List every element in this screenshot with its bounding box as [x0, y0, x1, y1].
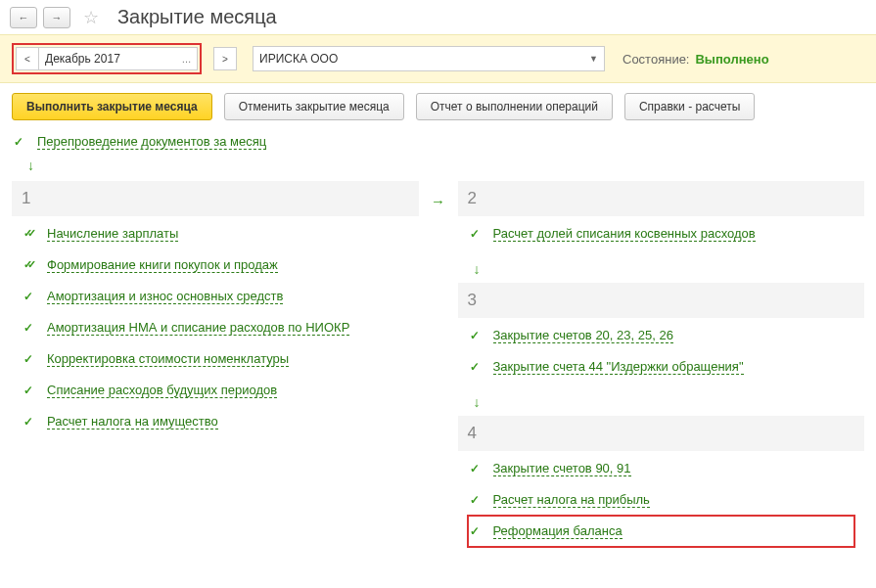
op-link[interactable]: Закрытие счета 44 "Издержки обращения"	[493, 359, 744, 375]
check-icon: ✓	[23, 290, 37, 303]
status-value: Выполнено	[695, 52, 768, 67]
op-reformation-link[interactable]: Реформация баланса	[493, 523, 622, 539]
check-icon: ✓	[470, 493, 484, 507]
flow-arrow-right-icon: →	[431, 193, 445, 209]
check-icon: ✓	[470, 524, 484, 538]
op-link[interactable]: Амортизация и износ основных средств	[47, 289, 283, 304]
op-link[interactable]: Расчет долей списания косвенных расходов	[493, 226, 756, 242]
check-icon: ✓	[470, 462, 484, 475]
op-link[interactable]: Корректировка стоимости номенклатуры	[47, 351, 289, 367]
op-link[interactable]: Расчет налога на прибыль	[493, 492, 650, 508]
op-reformation-highlight: ✓ Реформация баланса	[468, 516, 855, 547]
favorite-star-icon[interactable]: ☆	[80, 7, 102, 28]
nav-back-button[interactable]: ←	[10, 7, 37, 28]
check-icon: ✓	[23, 415, 37, 429]
period-input[interactable]: Декабрь 2017	[39, 47, 176, 70]
dropdown-icon: ▼	[589, 54, 598, 64]
references-button[interactable]: Справки - расчеты	[624, 93, 755, 120]
flow-arrow-down-icon: ↓	[23, 154, 864, 177]
double-check-icon	[23, 259, 37, 271]
period-selector-highlight: < Декабрь 2017 …	[12, 43, 202, 74]
block-1-number: 1	[22, 189, 30, 208]
op-link[interactable]: Формирование книги покупок и продаж	[47, 257, 278, 273]
block-4-number: 4	[468, 424, 477, 443]
check-icon: ✓	[23, 321, 37, 335]
period-prev-button[interactable]: <	[16, 47, 39, 70]
flow-arrow-down-icon: ↓	[470, 255, 865, 283]
check-icon: ✓	[470, 227, 484, 241]
check-icon: ✓	[23, 384, 37, 397]
report-button[interactable]: Отчет о выполнении операций	[416, 93, 613, 120]
op-link[interactable]: Списание расходов будущих периодов	[47, 383, 277, 398]
period-picker-button[interactable]: …	[176, 47, 198, 70]
nav-forward-button[interactable]: →	[43, 7, 70, 28]
run-close-button[interactable]: Выполнить закрытие месяца	[12, 93, 212, 120]
op-link[interactable]: Закрытие счетов 90, 91	[493, 461, 631, 476]
op-link[interactable]: Закрытие счетов 20, 23, 25, 26	[493, 328, 673, 343]
status-label: Состояние:	[622, 52, 689, 67]
period-next-button[interactable]: >	[213, 47, 237, 70]
block-2-number: 2	[468, 189, 477, 208]
check-icon: ✓	[14, 135, 27, 149]
period-value: Декабрь 2017	[45, 52, 120, 66]
op-reposting-link[interactable]: Перепроведение документов за месяц	[37, 134, 266, 150]
flow-arrow-down-icon: ↓	[470, 388, 865, 416]
double-check-icon	[23, 228, 37, 240]
check-icon: ✓	[470, 329, 484, 342]
op-link[interactable]: Амортизация НМА и списание расходов по Н…	[47, 320, 349, 336]
op-link[interactable]: Расчет налога на имущество	[47, 414, 218, 430]
organization-input[interactable]: ИРИСКА ООО ▼	[253, 46, 605, 71]
check-icon: ✓	[23, 352, 37, 366]
page-title: Закрытие месяца	[117, 6, 277, 28]
cancel-close-button[interactable]: Отменить закрытие месяца	[224, 93, 404, 120]
op-link[interactable]: Начисление зарплаты	[47, 226, 178, 242]
block-3-number: 3	[468, 291, 477, 310]
organization-value: ИРИСКА ООО	[259, 52, 338, 66]
check-icon: ✓	[470, 360, 484, 374]
